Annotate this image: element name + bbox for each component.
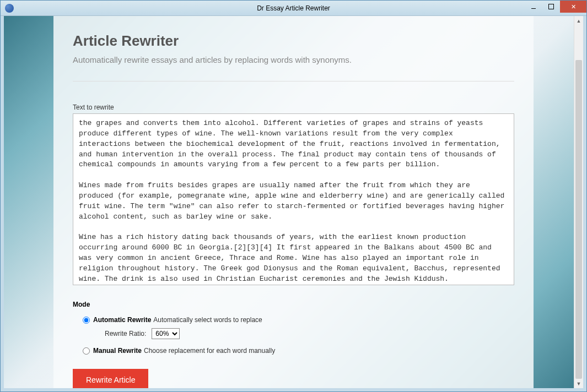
window-controls — [525, 1, 586, 13]
window-title: Dr Essay Article Rewriter — [257, 4, 330, 12]
rewrite-ratio-row: Rewrite Ratio: 60% — [105, 328, 514, 339]
mode-heading: Mode — [73, 301, 514, 308]
manual-rewrite-radio[interactable] — [83, 347, 90, 355]
text-to-rewrite-input[interactable] — [73, 113, 514, 285]
scroll-down-arrow-icon[interactable]: ▼ — [574, 379, 583, 388]
app-icon — [5, 4, 14, 13]
rewrite-ratio-label: Rewrite Ratio: — [105, 330, 146, 337]
maximize-button[interactable] — [542, 1, 560, 13]
titlebar[interactable]: Dr Essay Article Rewriter — [1, 1, 586, 16]
content-panel: Article Rewriter Automatically rewrite e… — [53, 16, 534, 388]
automatic-rewrite-label: Automatic Rewrite — [93, 316, 151, 324]
application-window: Dr Essay Article Rewriter Article Rewrit… — [0, 0, 587, 392]
page-title: Article Rewriter — [73, 32, 514, 50]
client-area: Article Rewriter Automatically rewrite e… — [4, 16, 583, 388]
automatic-rewrite-desc: Automatically select words to replace — [153, 316, 262, 324]
scroll-up-arrow-icon[interactable]: ▲ — [574, 16, 583, 25]
automatic-rewrite-radio[interactable] — [83, 317, 90, 324]
minimize-button[interactable] — [525, 1, 542, 13]
manual-rewrite-desc: Choose replacement for each word manuall… — [144, 347, 275, 355]
rewrite-article-button[interactable]: Rewrite Article — [73, 369, 148, 388]
textarea-label: Text to rewrite — [73, 104, 514, 111]
divider — [73, 81, 514, 81]
manual-rewrite-label: Manual Rewrite — [93, 347, 142, 355]
mode-section: Mode Automatic Rewrite Automatically sel… — [73, 301, 514, 355]
vertical-scrollbar[interactable]: ▲ ▼ — [574, 16, 583, 388]
scrollbar-thumb[interactable] — [575, 60, 582, 379]
automatic-rewrite-option[interactable]: Automatic Rewrite Automatically select w… — [83, 316, 514, 324]
manual-rewrite-option[interactable]: Manual Rewrite Choose replacement for ea… — [83, 347, 514, 355]
page-subtitle: Automatically rewrite essays and article… — [73, 55, 514, 64]
close-button[interactable] — [560, 1, 586, 13]
rewrite-ratio-select[interactable]: 60% — [152, 328, 180, 339]
